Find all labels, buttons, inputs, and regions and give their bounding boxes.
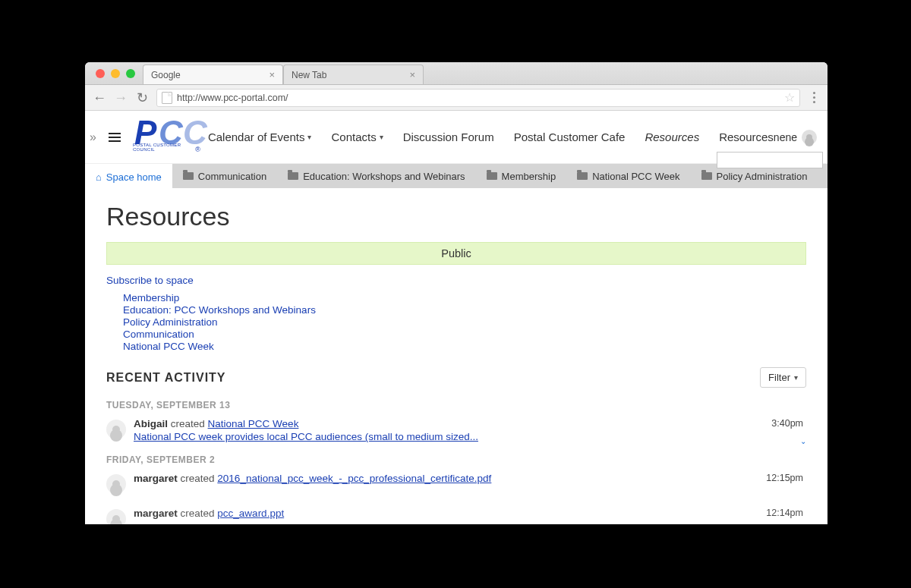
caret-down-icon: ▾: [794, 373, 798, 382]
subscribe-link[interactable]: Subscribe to space: [106, 275, 194, 286]
registered-mark: ®: [195, 146, 200, 153]
back-button[interactable]: ←: [93, 91, 106, 105]
nav-contacts[interactable]: Contacts ▾: [331, 130, 383, 143]
sublink-membership[interactable]: Membership: [123, 292, 806, 303]
activity-day-label: FRIDAY, SEPTEMBER 2: [106, 454, 806, 465]
browser-tab[interactable]: Google ×: [143, 64, 283, 84]
nav-calendar[interactable]: Calendar of Events ▾: [208, 130, 312, 143]
menu-icon[interactable]: [101, 133, 128, 142]
sublink-education[interactable]: Education: PCC Workshops and Webinars: [123, 304, 806, 316]
activity-time: 12:14pm: [766, 508, 803, 518]
space-tab-national-pcc-week[interactable]: National PCC Week: [566, 164, 690, 188]
visibility-banner: Public: [106, 242, 806, 265]
avatar-icon: [802, 130, 817, 145]
sublink-communication[interactable]: Communication: [123, 329, 806, 340]
nav-label: Calendar of Events: [208, 130, 305, 143]
space-tab-membership[interactable]: Membership: [476, 164, 567, 188]
space-tab-label: National PCC Week: [592, 171, 679, 182]
window-close-button[interactable]: [96, 69, 105, 78]
space-tab-label: Space home: [106, 171, 162, 183]
site-logo[interactable]: P C C POSTAL CUSTOMER COUNCIL ®: [133, 117, 196, 158]
site-header: » P C C POSTAL CUSTOMER COUNCIL ® Calend…: [85, 111, 827, 164]
filter-label: Filter: [768, 372, 790, 383]
folder-icon: [487, 172, 497, 180]
browser-menu-button[interactable]: [808, 92, 820, 103]
caret-down-icon: ▾: [380, 133, 383, 141]
browser-tab-strip: Google × New Tab ×: [85, 62, 827, 85]
sub-space-links: Membership Education: PCC Workshops and …: [106, 292, 806, 352]
activity-item: margaret created 2016_national_pcc_week_…: [106, 473, 806, 494]
search-input[interactable]: [717, 152, 823, 168]
activity-time: 12:15pm: [766, 473, 803, 483]
avatar-icon: [106, 474, 126, 494]
nav-discussion[interactable]: Discussion Forum: [403, 130, 494, 143]
activity-link[interactable]: 2016_national_pcc_week_-_pcc_professiona…: [217, 473, 491, 484]
nav-resources-current[interactable]: Resources: [645, 130, 699, 143]
activity-link[interactable]: pcc_award.ppt: [217, 508, 284, 519]
close-icon[interactable]: ×: [269, 69, 275, 80]
collapse-nav-icon[interactable]: »: [85, 130, 101, 144]
bookmark-star-icon[interactable]: ☆: [784, 90, 795, 105]
browser-window: Google × New Tab × ← → ↻ http://www.pcc-…: [85, 62, 827, 524]
activity-day-label: TUESDAY, SEPTEMBER 13: [106, 400, 806, 410]
folder-icon: [577, 172, 588, 180]
user-name: nene: [774, 131, 797, 143]
browser-toolbar: ← → ↻ http://www.pcc-portal.com/ ☆: [85, 85, 827, 111]
activity-verb: created: [181, 473, 215, 484]
avatar-icon: [106, 509, 126, 524]
activity-time: 3:40pm: [771, 418, 803, 429]
folder-icon: [183, 172, 194, 180]
chevron-down-icon[interactable]: ⌄: [800, 437, 806, 445]
nav-cafe[interactable]: Postal Customer Cafe: [514, 130, 626, 143]
browser-tab-title: Google: [151, 70, 181, 80]
page-title: Resources: [106, 202, 806, 231]
page-icon: [162, 92, 172, 104]
space-tab-education[interactable]: Education: Workshops and Webinars: [277, 164, 475, 188]
window-controls: [91, 62, 143, 84]
activity-user: margaret: [134, 473, 178, 484]
nav-label: Resources: [645, 130, 699, 143]
space-tab-home[interactable]: ⌂ Space home: [85, 164, 172, 188]
filter-button[interactable]: Filter ▾: [760, 367, 806, 388]
sublink-national-pcc[interactable]: National PCC Week: [123, 341, 806, 352]
activity-verb: created: [181, 508, 215, 519]
url-text: http://www.pcc-portal.com/: [177, 93, 288, 103]
page-content: Resources Public Subscribe to space Memb…: [85, 188, 827, 524]
window-zoom-button[interactable]: [126, 69, 135, 78]
logo-subtitle: POSTAL CUSTOMER COUNCIL: [133, 143, 196, 152]
activity-link[interactable]: National PCC Week: [208, 418, 299, 429]
space-tab-label: Communication: [198, 171, 266, 182]
activity-desc[interactable]: National PCC week provides local PCC aud…: [134, 431, 764, 442]
close-icon[interactable]: ×: [409, 69, 415, 80]
reload-button[interactable]: ↻: [135, 91, 149, 105]
activity-user: margaret: [134, 508, 178, 519]
activity-item: Abigail created National PCC Week Nation…: [106, 418, 806, 442]
browser-tab[interactable]: New Tab ×: [283, 64, 424, 84]
space-tab-label: Membership: [502, 171, 556, 182]
nav-label: Resources: [719, 130, 774, 143]
space-tab-label: Policy Administration: [717, 171, 808, 182]
activity-item: margaret created pcc_award.ppt 12:14pm: [106, 508, 806, 524]
nav-label: Contacts: [331, 130, 376, 143]
folder-icon: [288, 172, 298, 180]
folder-icon: [701, 172, 712, 180]
nav-label: Discussion Forum: [403, 130, 494, 143]
home-icon: ⌂: [96, 171, 102, 183]
nav-label: Postal Customer Cafe: [514, 130, 626, 143]
window-minimize-button[interactable]: [111, 69, 120, 78]
forward-button[interactable]: →: [114, 91, 128, 105]
sublink-policy[interactable]: Policy Administration: [123, 316, 806, 328]
address-bar[interactable]: http://www.pcc-portal.com/ ☆: [156, 89, 800, 107]
activity-verb: created: [171, 418, 205, 429]
primary-nav: Calendar of Events ▾ Contacts ▾ Discussi…: [208, 130, 774, 143]
caret-down-icon: ▾: [307, 133, 311, 141]
activity-user: Abigail: [134, 418, 168, 429]
space-tab-communication[interactable]: Communication: [172, 164, 277, 188]
user-menu[interactable]: nene: [774, 130, 821, 145]
browser-tab-title: New Tab: [292, 70, 326, 80]
nav-resources[interactable]: Resources: [719, 130, 774, 143]
recent-activity-heading: RECENT ACTIVITY: [106, 371, 226, 385]
space-tab-label: Education: Workshops and Webinars: [303, 171, 465, 182]
avatar-icon: [106, 420, 126, 439]
